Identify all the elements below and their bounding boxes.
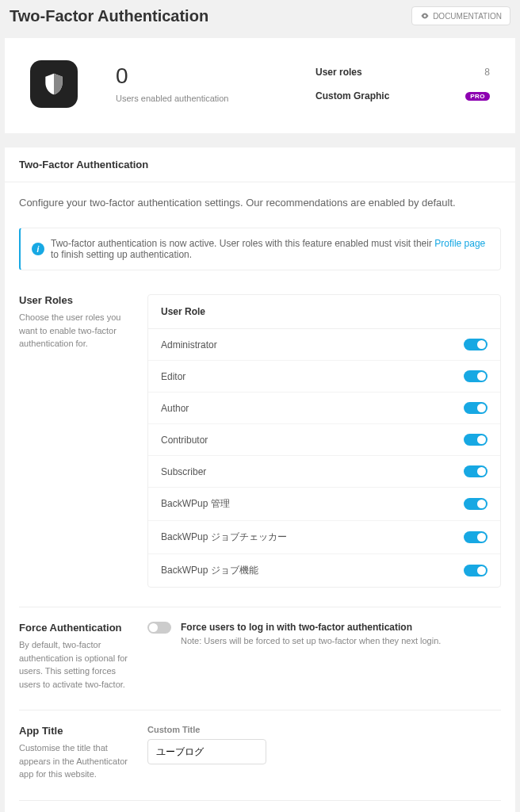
- page-title: Two-Factor Authentication: [10, 7, 208, 25]
- panel-description: Configure your two-factor authentication…: [19, 197, 501, 209]
- profile-page-link[interactable]: Profile page: [434, 238, 485, 249]
- eye-icon: [420, 11, 430, 21]
- role-toggle[interactable]: [464, 370, 488, 382]
- role-row: Subscriber: [148, 456, 500, 488]
- custom-title-label: Custom Title: [147, 725, 501, 734]
- roles-table-header: User Role: [148, 295, 500, 329]
- meta-user-roles-label: User roles: [315, 67, 362, 78]
- role-name: Administrator: [161, 339, 217, 350]
- force-auth-desc: By default, two-factor authentication is…: [19, 638, 128, 691]
- pro-badge: PRO: [465, 92, 490, 101]
- role-toggle[interactable]: [464, 565, 488, 576]
- documentation-button[interactable]: DOCUMENTATION: [411, 6, 510, 25]
- role-toggle[interactable]: [464, 339, 488, 350]
- role-row: BackWPup 管理: [148, 488, 500, 521]
- role-row: Editor: [148, 361, 500, 393]
- active-notice: Two-factor authentication is now active.…: [19, 228, 501, 270]
- force-auth-title: Force Authentication: [19, 622, 128, 634]
- meta-user-roles-value: 8: [484, 67, 490, 78]
- users-enabled-label: Users enabled authentication: [116, 94, 228, 103]
- role-toggle[interactable]: [464, 402, 488, 414]
- info-icon: [32, 243, 44, 255]
- user-roles-desc: Choose the user roles you want to enable…: [19, 311, 128, 350]
- users-enabled-count: 0: [116, 65, 228, 87]
- role-row: BackWPup ジョブチェッカー: [148, 521, 500, 554]
- force-auth-note: Note: Users will be forced to set up two…: [181, 636, 501, 645]
- role-name: Author: [161, 403, 189, 414]
- role-toggle[interactable]: [464, 465, 488, 477]
- role-name: Contributor: [161, 435, 208, 446]
- shield-icon-box: [30, 60, 78, 108]
- role-row: Administrator: [148, 329, 500, 361]
- meta-custom-graphic-label: Custom Graphic: [315, 90, 389, 102]
- role-row: Author: [148, 393, 500, 424]
- panel-title: Two-Factor Authentication: [5, 147, 515, 182]
- role-name: BackWPup ジョブチェッカー: [161, 530, 287, 544]
- role-name: BackWPup ジョブ機能: [161, 564, 258, 577]
- force-auth-label: Force users to log in with two-factor au…: [181, 622, 501, 633]
- role-toggle[interactable]: [464, 531, 488, 543]
- role-row: Contributor: [148, 424, 500, 456]
- app-title-title: App Title: [19, 725, 128, 737]
- role-toggle[interactable]: [464, 434, 488, 446]
- force-auth-toggle[interactable]: [147, 622, 171, 634]
- user-roles-title: User Roles: [19, 294, 128, 306]
- role-name: Editor: [161, 371, 185, 382]
- role-name: Subscriber: [161, 466, 206, 477]
- role-toggle[interactable]: [464, 498, 488, 510]
- role-row: BackWPup ジョブ機能: [148, 554, 500, 587]
- shield-icon: [41, 71, 67, 97]
- custom-title-input[interactable]: [147, 739, 266, 764]
- app-title-desc: Customise the title that appears in the …: [19, 741, 128, 781]
- role-name: BackWPup 管理: [161, 497, 230, 511]
